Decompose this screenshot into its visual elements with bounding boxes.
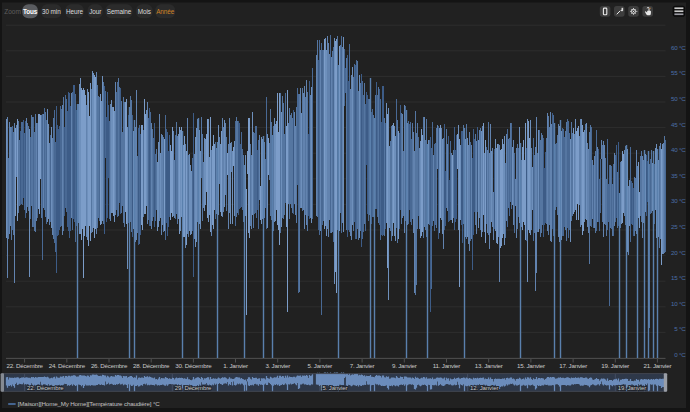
svg-text:Heure: Heure (66, 8, 83, 15)
svg-text:25 °C: 25 °C (671, 223, 686, 230)
svg-text:5 °C: 5 °C (674, 325, 686, 332)
svg-text:45 °C: 45 °C (671, 121, 686, 128)
svg-text:9. Janvier: 9. Janvier (392, 362, 417, 369)
svg-text:5. Janvier: 5. Janvier (322, 385, 347, 391)
svg-text:Année: Année (156, 8, 175, 15)
svg-text:10 °C: 10 °C (671, 300, 686, 307)
svg-text:Mois: Mois (138, 8, 151, 15)
svg-text:Zoom: Zoom (4, 8, 21, 15)
svg-text:20 °C: 20 °C (671, 249, 686, 256)
svg-text:Jour: Jour (89, 8, 102, 15)
svg-text:19. Janvier: 19. Janvier (618, 385, 646, 391)
svg-text:30. Décembre: 30. Décembre (175, 362, 212, 369)
svg-text:1. Janvier: 1. Janvier (223, 362, 248, 369)
svg-text:7. Janvier: 7. Janvier (350, 362, 375, 369)
svg-text:26. Décembre: 26. Décembre (91, 362, 128, 369)
svg-text:30 °C: 30 °C (671, 197, 686, 204)
svg-text:19. Janvier: 19. Janvier (601, 362, 629, 369)
svg-text:50 °C: 50 °C (671, 95, 686, 102)
svg-text:30 min: 30 min (42, 8, 61, 15)
svg-text:17. Janvier: 17. Janvier (559, 362, 587, 369)
svg-text:24. Décembre: 24. Décembre (49, 362, 86, 369)
svg-text:35 °C: 35 °C (671, 172, 686, 179)
svg-text:Semaine: Semaine (107, 8, 132, 15)
svg-text:21. Janvier: 21. Janvier (643, 362, 671, 369)
svg-text:0 °C: 0 °C (674, 351, 686, 358)
svg-text:5. Janvier: 5. Janvier (308, 362, 333, 369)
svg-text:3. Janvier: 3. Janvier (265, 362, 290, 369)
svg-text:29. Décembre: 29. Décembre (175, 385, 212, 391)
svg-text:15. Janvier: 15. Janvier (517, 362, 545, 369)
svg-text:55 °C: 55 °C (671, 69, 686, 76)
svg-text:22. Décembre: 22. Décembre (6, 362, 43, 369)
svg-text:11. Janvier: 11. Janvier (433, 362, 461, 369)
svg-text:Tous: Tous (23, 8, 38, 15)
svg-text:40 °C: 40 °C (671, 146, 686, 153)
svg-text:12. Janvier: 12. Janvier (470, 385, 498, 391)
svg-text:15 °C: 15 °C (671, 274, 686, 281)
svg-text:22. Décembre: 22. Décembre (27, 385, 64, 391)
svg-text:28. Décembre: 28. Décembre (133, 362, 170, 369)
svg-text:13. Janvier: 13. Janvier (475, 362, 503, 369)
svg-text:[Maison][Home_My Home][Tempéra: [Maison][Home_My Home][Température chaud… (18, 400, 160, 407)
svg-text:60 °C: 60 °C (671, 44, 686, 51)
